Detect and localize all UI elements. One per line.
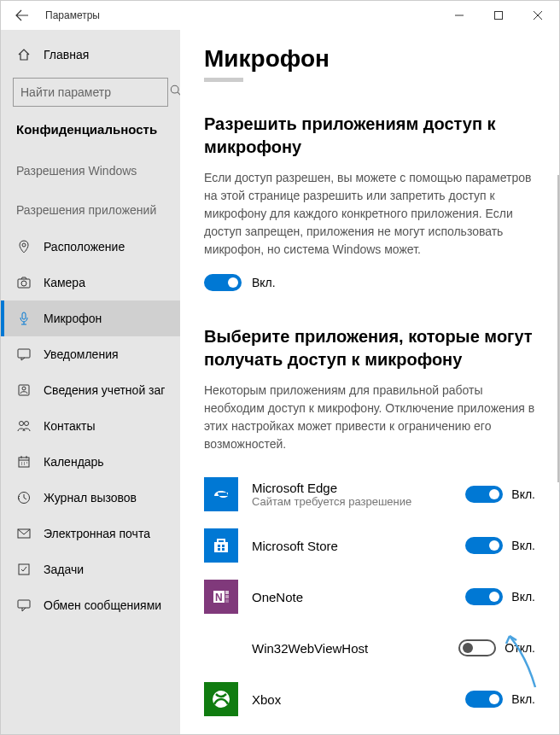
svg-rect-23 xyxy=(225,591,229,594)
app-sub: Сайтам требуется разрешение xyxy=(252,495,452,508)
page-title: Микрофон xyxy=(204,45,535,73)
app-row-onenote: N OneNote Вкл. xyxy=(204,571,535,622)
app-row-win32webviewhost: Win32WebViewHost Откл. xyxy=(204,622,535,674)
nav-label: Журнал вызовов xyxy=(44,491,137,505)
sidebar-item-microphone[interactable]: Микрофон xyxy=(1,300,180,336)
app-name: Xbox xyxy=(252,692,452,707)
contacts-icon xyxy=(16,418,32,434)
svg-point-8 xyxy=(22,387,26,390)
calendar-icon xyxy=(16,454,32,470)
sidebar-item-camera[interactable]: Камера xyxy=(1,265,180,300)
sidebar-item-tasks[interactable]: Задачи xyxy=(1,551,180,587)
sidebar-item-notifications[interactable]: Уведомления xyxy=(1,336,180,372)
toggle-state: Вкл. xyxy=(511,590,535,604)
sidebar-item-calendar[interactable]: Календарь xyxy=(1,444,180,480)
toggle-state: Откл. xyxy=(505,641,535,655)
svg-rect-0 xyxy=(495,12,503,20)
svg-rect-16 xyxy=(214,542,228,552)
search-input[interactable] xyxy=(20,85,170,99)
home-label: Главная xyxy=(44,48,89,61)
store-icon xyxy=(204,528,238,563)
sidebar-item-account-info[interactable]: Сведения учетной заг xyxy=(1,372,180,408)
svg-rect-25 xyxy=(225,599,229,603)
nav-label: Электронная почта xyxy=(44,527,150,540)
category-heading: Конфиденциальность xyxy=(1,117,180,150)
edge-icon xyxy=(204,477,238,511)
home-icon xyxy=(16,47,32,62)
svg-rect-17 xyxy=(218,545,220,547)
toggle-state: Вкл. xyxy=(511,539,535,552)
app-row-store: Microsoft Store Вкл. xyxy=(204,520,535,571)
app-row-edge: Microsoft Edge Сайтам требуется разрешен… xyxy=(204,469,535,520)
sidebar-item-messaging[interactable]: Обмен сообщениями xyxy=(1,587,180,623)
app-toggle-store[interactable] xyxy=(465,537,503,554)
nav-label: Календарь xyxy=(44,455,104,469)
nav-label: Микрофон xyxy=(44,312,102,325)
title-underline xyxy=(204,78,243,82)
svg-rect-15 xyxy=(18,600,30,608)
app-name: Win32WebViewHost xyxy=(252,641,445,656)
maximize-button[interactable] xyxy=(479,2,518,29)
sidebar: Главная Конфиденциальность Разрешения Wi… xyxy=(1,30,180,734)
minimize-icon xyxy=(455,11,464,20)
email-icon xyxy=(16,526,32,541)
account-icon xyxy=(16,382,32,398)
close-button[interactable] xyxy=(518,2,557,29)
svg-point-2 xyxy=(22,243,26,247)
svg-rect-24 xyxy=(225,595,229,598)
app-row-xbox: Xbox Вкл. xyxy=(204,674,535,725)
allow-apps-toggle[interactable] xyxy=(204,274,242,291)
svg-point-1 xyxy=(171,85,178,93)
svg-rect-20 xyxy=(222,548,225,551)
sidebar-item-call-history[interactable]: Журнал вызовов xyxy=(1,480,180,516)
section2-title: Выберите приложения, которые могут получ… xyxy=(204,325,535,371)
blank-icon xyxy=(204,631,238,665)
nav-label: Уведомления xyxy=(44,347,119,361)
minimize-button[interactable] xyxy=(440,2,479,29)
search-box[interactable] xyxy=(13,78,168,107)
nav-group-windows: Разрешения Windows xyxy=(1,150,180,190)
section1-title: Разрешить приложениям доступ к микрофону xyxy=(204,113,535,159)
nav-group-apps: Разрешения приложений xyxy=(1,190,180,229)
section2-desc: Некоторым приложениям для правильной раб… xyxy=(204,382,535,453)
location-icon xyxy=(16,239,32,254)
app-toggle-xbox[interactable] xyxy=(465,691,503,708)
svg-rect-5 xyxy=(22,312,26,319)
notifications-icon xyxy=(16,347,32,362)
svg-point-9 xyxy=(20,422,24,426)
close-icon xyxy=(534,11,542,20)
back-button[interactable] xyxy=(3,2,42,29)
nav-label: Камера xyxy=(44,276,85,289)
nav-label: Контакты xyxy=(44,419,95,433)
nav-label: Сведения учетной заг xyxy=(44,383,165,397)
app-toggle-onenote[interactable] xyxy=(465,588,503,605)
window-title: Параметры xyxy=(45,9,440,21)
toggle-state: Вкл. xyxy=(511,487,535,501)
app-name: Microsoft Edge xyxy=(252,481,452,495)
app-toggle-win32[interactable] xyxy=(458,639,496,656)
nav-label: Задачи xyxy=(44,563,84,576)
sidebar-item-contacts[interactable]: Контакты xyxy=(1,408,180,444)
onenote-icon: N xyxy=(204,580,238,614)
svg-rect-18 xyxy=(222,545,225,547)
app-toggle-edge[interactable] xyxy=(465,486,503,503)
maximize-icon xyxy=(494,11,503,20)
svg-rect-19 xyxy=(218,548,220,551)
nav-label: Обмен сообщениями xyxy=(44,598,161,612)
sidebar-item-email[interactable]: Электронная почта xyxy=(1,516,180,551)
svg-point-10 xyxy=(25,422,29,426)
scrollbar[interactable] xyxy=(557,175,559,482)
nav-label: Расположение xyxy=(44,240,125,254)
svg-rect-6 xyxy=(18,349,30,358)
camera-icon xyxy=(16,275,32,290)
sidebar-item-location[interactable]: Расположение xyxy=(1,229,180,265)
microphone-icon xyxy=(16,311,32,326)
history-icon xyxy=(16,490,32,505)
svg-point-4 xyxy=(21,281,26,286)
home-nav[interactable]: Главная xyxy=(1,37,180,73)
main-content: Микрофон Разрешить приложениям доступ к … xyxy=(180,30,559,734)
arrow-left-icon xyxy=(15,9,29,22)
tasks-icon xyxy=(16,562,32,577)
toggle-state: Вкл. xyxy=(511,692,535,706)
xbox-icon xyxy=(204,682,238,716)
